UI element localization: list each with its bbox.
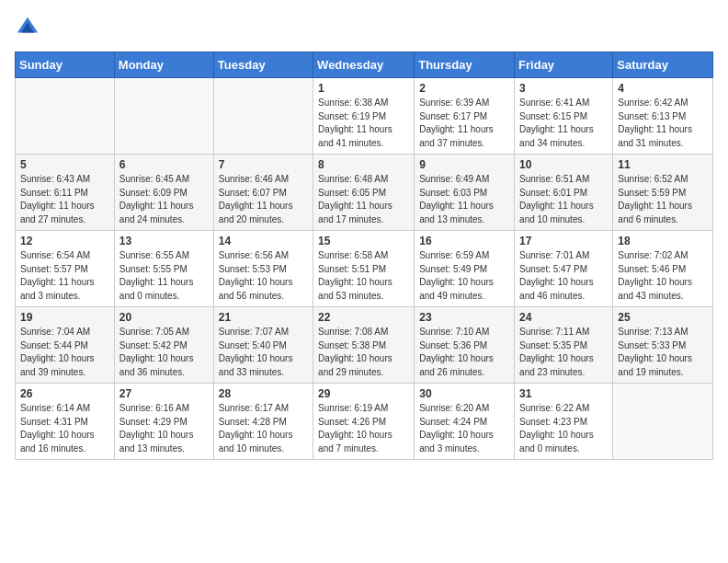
day-number: 11 (618, 158, 708, 171)
cell-content: Sunrise: 6:58 AM Sunset: 5:51 PM Dayligh… (318, 249, 409, 303)
day-number: 8 (318, 158, 409, 171)
calendar-cell (16, 78, 115, 155)
cell-content: Sunrise: 6:45 AM Sunset: 6:09 PM Dayligh… (119, 173, 209, 226)
cell-content: Sunrise: 7:08 AM Sunset: 5:38 PM Dayligh… (318, 326, 409, 379)
calendar-cell: 14Sunrise: 6:56 AM Sunset: 5:53 PM Dayli… (213, 231, 313, 307)
calendar-cell: 28Sunrise: 6:17 AM Sunset: 4:28 PM Dayli… (213, 384, 313, 460)
day-number: 6 (119, 158, 209, 171)
weekday-header-tuesday: Tuesday (213, 52, 313, 78)
day-number: 21 (219, 311, 308, 324)
day-number: 9 (419, 158, 509, 171)
cell-content: Sunrise: 6:14 AM Sunset: 4:31 PM Dayligh… (20, 402, 109, 455)
calendar-cell: 6Sunrise: 6:45 AM Sunset: 6:09 PM Daylig… (114, 155, 213, 231)
weekday-header-monday: Monday (114, 52, 213, 78)
calendar-cell: 21Sunrise: 7:07 AM Sunset: 5:40 PM Dayli… (213, 307, 313, 384)
calendar-cell: 7Sunrise: 6:46 AM Sunset: 6:07 PM Daylig… (213, 155, 313, 231)
cell-content: Sunrise: 6:55 AM Sunset: 5:55 PM Dayligh… (119, 249, 209, 303)
calendar-cell (213, 78, 313, 155)
day-number: 14 (219, 235, 308, 247)
cell-content: Sunrise: 6:51 AM Sunset: 6:01 PM Dayligh… (519, 173, 608, 226)
day-number: 31 (519, 387, 608, 400)
weekday-header-thursday: Thursday (415, 52, 515, 78)
cell-content: Sunrise: 6:42 AM Sunset: 6:13 PM Dayligh… (618, 97, 708, 150)
weekday-header-row: SundayMondayTuesdayWednesdayThursdayFrid… (16, 52, 713, 78)
cell-content: Sunrise: 7:04 AM Sunset: 5:44 PM Dayligh… (20, 326, 109, 379)
cell-content: Sunrise: 6:41 AM Sunset: 6:15 PM Dayligh… (519, 97, 608, 150)
cell-content: Sunrise: 6:22 AM Sunset: 4:23 PM Dayligh… (519, 402, 608, 455)
cell-content: Sunrise: 6:43 AM Sunset: 6:11 PM Dayligh… (20, 173, 109, 226)
day-number: 1 (318, 82, 409, 95)
cell-content: Sunrise: 7:07 AM Sunset: 5:40 PM Dayligh… (219, 326, 308, 379)
day-number: 16 (419, 235, 509, 247)
calendar-cell: 10Sunrise: 6:51 AM Sunset: 6:01 PM Dayli… (515, 155, 613, 231)
day-number: 29 (318, 387, 409, 400)
weekday-header-wednesday: Wednesday (313, 52, 415, 78)
day-number: 2 (419, 82, 509, 95)
calendar-cell: 22Sunrise: 7:08 AM Sunset: 5:38 PM Dayli… (313, 307, 415, 384)
cell-content: Sunrise: 7:05 AM Sunset: 5:42 PM Dayligh… (119, 326, 209, 379)
day-number: 20 (119, 311, 209, 324)
cell-content: Sunrise: 6:46 AM Sunset: 6:07 PM Dayligh… (219, 173, 308, 226)
calendar-cell: 17Sunrise: 7:01 AM Sunset: 5:47 PM Dayli… (515, 231, 613, 307)
day-number: 4 (618, 82, 708, 95)
calendar-week-5: 26Sunrise: 6:14 AM Sunset: 4:31 PM Dayli… (16, 384, 713, 460)
calendar-week-4: 19Sunrise: 7:04 AM Sunset: 5:44 PM Dayli… (16, 307, 713, 384)
logo (15, 15, 44, 40)
calendar-cell: 27Sunrise: 6:16 AM Sunset: 4:29 PM Dayli… (114, 384, 213, 460)
calendar-cell: 19Sunrise: 7:04 AM Sunset: 5:44 PM Dayli… (16, 307, 115, 384)
day-number: 5 (20, 158, 109, 171)
calendar-cell: 8Sunrise: 6:48 AM Sunset: 6:05 PM Daylig… (313, 155, 415, 231)
day-number: 7 (219, 158, 308, 171)
calendar-cell: 31Sunrise: 6:22 AM Sunset: 4:23 PM Dayli… (515, 384, 613, 460)
calendar-table: SundayMondayTuesdayWednesdayThursdayFrid… (15, 52, 713, 460)
calendar-cell: 12Sunrise: 6:54 AM Sunset: 5:57 PM Dayli… (16, 231, 115, 307)
day-number: 18 (618, 235, 708, 247)
cell-content: Sunrise: 7:13 AM Sunset: 5:33 PM Dayligh… (618, 326, 708, 379)
day-number: 13 (119, 235, 209, 247)
day-number: 23 (419, 311, 509, 324)
day-number: 12 (20, 235, 109, 247)
calendar-cell: 5Sunrise: 6:43 AM Sunset: 6:11 PM Daylig… (16, 155, 115, 231)
calendar-cell: 9Sunrise: 6:49 AM Sunset: 6:03 PM Daylig… (415, 155, 515, 231)
calendar-cell: 2Sunrise: 6:39 AM Sunset: 6:17 PM Daylig… (415, 78, 515, 155)
cell-content: Sunrise: 6:39 AM Sunset: 6:17 PM Dayligh… (419, 97, 509, 150)
day-number: 10 (519, 158, 608, 171)
day-number: 26 (20, 387, 109, 400)
calendar-cell: 18Sunrise: 7:02 AM Sunset: 5:46 PM Dayli… (613, 231, 713, 307)
cell-content: Sunrise: 6:49 AM Sunset: 6:03 PM Dayligh… (419, 173, 509, 226)
calendar-week-3: 12Sunrise: 6:54 AM Sunset: 5:57 PM Dayli… (16, 231, 713, 307)
calendar-cell: 4Sunrise: 6:42 AM Sunset: 6:13 PM Daylig… (613, 78, 713, 155)
weekday-header-friday: Friday (515, 52, 613, 78)
day-number: 19 (20, 311, 109, 324)
cell-content: Sunrise: 7:02 AM Sunset: 5:46 PM Dayligh… (618, 249, 708, 303)
calendar-cell: 25Sunrise: 7:13 AM Sunset: 5:33 PM Dayli… (613, 307, 713, 384)
day-number: 28 (219, 387, 308, 400)
cell-content: Sunrise: 6:17 AM Sunset: 4:28 PM Dayligh… (219, 402, 308, 455)
calendar-cell (613, 384, 713, 460)
cell-content: Sunrise: 6:59 AM Sunset: 5:49 PM Dayligh… (419, 249, 509, 303)
cell-content: Sunrise: 7:10 AM Sunset: 5:36 PM Dayligh… (419, 326, 509, 379)
weekday-header-saturday: Saturday (613, 52, 713, 78)
day-number: 27 (119, 387, 209, 400)
cell-content: Sunrise: 6:19 AM Sunset: 4:26 PM Dayligh… (318, 402, 409, 455)
calendar-cell: 11Sunrise: 6:52 AM Sunset: 5:59 PM Dayli… (613, 155, 713, 231)
cell-content: Sunrise: 7:11 AM Sunset: 5:35 PM Dayligh… (519, 326, 608, 379)
cell-content: Sunrise: 6:54 AM Sunset: 5:57 PM Dayligh… (20, 249, 109, 303)
cell-content: Sunrise: 6:16 AM Sunset: 4:29 PM Dayligh… (119, 402, 209, 455)
calendar-cell: 20Sunrise: 7:05 AM Sunset: 5:42 PM Dayli… (114, 307, 213, 384)
day-number: 15 (318, 235, 409, 247)
cell-content: Sunrise: 6:48 AM Sunset: 6:05 PM Dayligh… (318, 173, 409, 226)
calendar-cell: 3Sunrise: 6:41 AM Sunset: 6:15 PM Daylig… (515, 78, 613, 155)
calendar-cell: 1Sunrise: 6:38 AM Sunset: 6:19 PM Daylig… (313, 78, 415, 155)
logo-icon (15, 15, 40, 40)
day-number: 30 (419, 387, 509, 400)
calendar-week-2: 5Sunrise: 6:43 AM Sunset: 6:11 PM Daylig… (16, 155, 713, 231)
calendar-cell: 23Sunrise: 7:10 AM Sunset: 5:36 PM Dayli… (415, 307, 515, 384)
cell-content: Sunrise: 6:56 AM Sunset: 5:53 PM Dayligh… (219, 249, 308, 303)
day-number: 22 (318, 311, 409, 324)
day-number: 17 (519, 235, 608, 247)
calendar-week-1: 1Sunrise: 6:38 AM Sunset: 6:19 PM Daylig… (16, 78, 713, 155)
calendar-cell: 16Sunrise: 6:59 AM Sunset: 5:49 PM Dayli… (415, 231, 515, 307)
day-number: 25 (618, 311, 708, 324)
weekday-header-sunday: Sunday (16, 52, 115, 78)
